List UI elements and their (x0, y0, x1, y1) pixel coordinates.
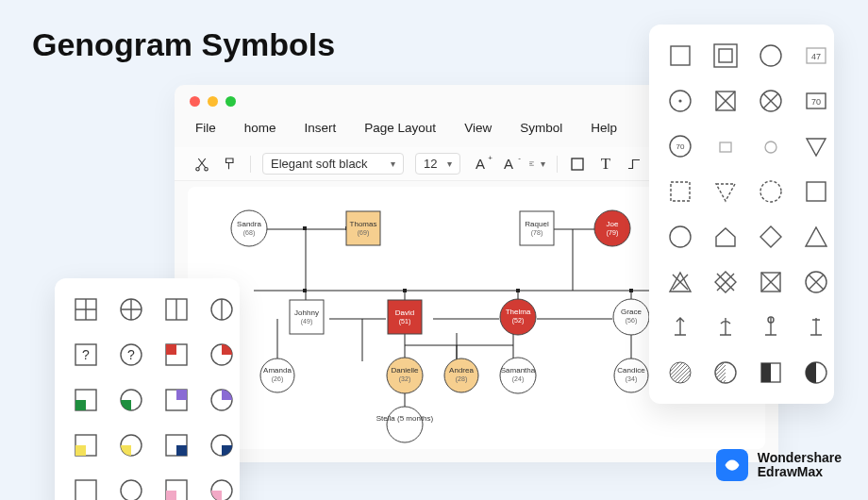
svg-text:?: ? (82, 347, 90, 362)
svg-point-0 (196, 167, 199, 170)
sym-ci-pink-q-icon[interactable] (204, 473, 240, 500)
sym-sq-yellow-corner-icon[interactable] (68, 427, 104, 463)
menu-symbol[interactable]: Symbol (520, 121, 562, 135)
font-size-selector[interactable]: 12 ▾ (415, 153, 460, 175)
node-stella[interactable]: Stella (5 months) (376, 407, 434, 442)
sym-sq-purple-corner-icon[interactable] (159, 382, 194, 418)
symbol-ci-half-hatch-icon[interactable] (708, 355, 743, 391)
symbol-ci-hatch-icon[interactable] (662, 355, 698, 391)
node-david[interactable]: David (51) (388, 300, 422, 334)
symbol-circle-dashed-icon[interactable] (753, 174, 789, 209)
node-johhny[interactable]: Johhny (49) (290, 300, 324, 334)
symbol-diamond-x-icon[interactable] (708, 264, 743, 300)
node-andrea[interactable]: Andrea (28) (444, 358, 478, 392)
symbol-square-icon[interactable] (662, 38, 698, 74)
sym-ci-green-q-icon[interactable] (113, 382, 149, 418)
node-thelma[interactable]: Thelma (52) (500, 299, 536, 335)
menu-help[interactable]: Help (591, 121, 617, 135)
menu-home[interactable]: home (244, 121, 276, 135)
font-selector[interactable]: Elegant soft black ▾ (262, 153, 404, 175)
svg-rect-9 (516, 289, 520, 292)
svg-text:(79): (79) (607, 229, 618, 237)
sym-sq-pink-corner-icon[interactable] (159, 473, 194, 500)
svg-point-61 (760, 45, 781, 66)
symbol-age-box-47-icon[interactable]: 47 (798, 38, 834, 74)
sym-q-sq-icon[interactable]: ? (68, 337, 104, 373)
sym-ci-yellow-q-icon[interactable] (113, 427, 149, 463)
svg-text:Amanda: Amanda (263, 366, 292, 375)
symbol-circle-icon-2[interactable] (662, 219, 698, 255)
sym-sq-navy-corner-icon[interactable] (159, 427, 194, 463)
sym-sq-green-corner-icon[interactable] (68, 382, 104, 418)
sym-q-ci-icon[interactable]: ? (113, 337, 149, 373)
svg-rect-7 (303, 289, 307, 292)
connector-tool-icon[interactable] (626, 156, 643, 173)
symbol-small-ci-label-icon[interactable] (753, 128, 789, 164)
symbol-ci-x2-icon[interactable] (798, 264, 834, 300)
symbol-age-box-70-icon[interactable]: 70 (798, 83, 834, 119)
node-raquel[interactable]: Raquel (78) (520, 211, 554, 245)
symbol-triangle-down-icon[interactable] (798, 128, 834, 164)
sym-ci-purple-q-icon[interactable] (204, 382, 240, 418)
symbol-house-icon[interactable] (708, 219, 743, 255)
svg-text:(32): (32) (399, 375, 410, 383)
symbol-square-plain-icon[interactable] (798, 174, 834, 209)
minimize-icon[interactable] (208, 96, 218, 107)
symbol-diamond-icon[interactable] (753, 219, 789, 255)
node-samantha[interactable]: Samantha (24) (500, 358, 536, 393)
node-joe[interactable]: Joe (79) (594, 210, 630, 246)
symbol-sq-half-fill-icon[interactable] (753, 355, 789, 391)
symbol-square-dashed-icon[interactable] (662, 174, 698, 209)
node-grace[interactable]: Grace (56) (613, 299, 649, 335)
svg-point-110 (121, 480, 142, 500)
chevron-down-icon: ▾ (541, 158, 545, 169)
menu-insert[interactable]: Insert (305, 121, 337, 135)
svg-rect-109 (75, 480, 96, 500)
symbol-square-x-icon[interactable] (708, 83, 743, 119)
sym-sq-red-corner-icon[interactable] (159, 337, 194, 373)
node-thomas[interactable]: Thomas (69) (346, 211, 380, 245)
symbol-tri-dashed-icon[interactable] (708, 174, 743, 209)
symbol-stem2-icon[interactable] (708, 309, 743, 345)
symbol-stem4-icon[interactable] (798, 309, 834, 345)
node-sandra[interactable]: Sandra (68) (231, 210, 267, 246)
sym-ci-plain-icon[interactable] (113, 473, 149, 500)
sym-sq-plain-icon[interactable] (68, 473, 104, 500)
cut-icon[interactable] (193, 156, 210, 173)
menu-file[interactable]: File (195, 121, 216, 135)
symbol-circle-dot-icon[interactable] (662, 83, 698, 119)
svg-text:(26): (26) (272, 375, 283, 383)
sym-split-ci-icon[interactable] (204, 292, 240, 327)
format-painter-icon[interactable] (222, 156, 239, 173)
sym-ci-navy-q-icon[interactable] (204, 427, 240, 463)
node-amanda[interactable]: Amanda (26) (260, 358, 294, 392)
decrease-size-icon[interactable]: A- (500, 156, 517, 173)
sym-quad-sq-icon[interactable] (68, 292, 104, 327)
symbol-triangle-up-icon[interactable] (798, 219, 834, 255)
symbol-circle-icon[interactable] (753, 38, 789, 74)
toolbar-divider (250, 156, 251, 173)
symbol-tri-x-icon[interactable] (662, 264, 698, 300)
svg-rect-74 (671, 182, 690, 201)
menu-page-layout[interactable]: Page Layout (364, 121, 436, 135)
symbol-ci-half-fill-icon[interactable] (798, 355, 834, 391)
shape-tool-icon[interactable] (569, 156, 586, 173)
sym-ci-red-q-icon[interactable] (204, 337, 240, 373)
symbol-sq-x2-icon[interactable] (753, 264, 789, 300)
symbol-stem1-icon[interactable] (662, 309, 698, 345)
sym-split-sq-icon[interactable] (159, 292, 194, 327)
text-tool-icon[interactable]: T (597, 156, 614, 173)
maximize-icon[interactable] (225, 96, 236, 107)
symbol-stem3-icon[interactable] (753, 309, 789, 345)
symbol-circle-x-icon[interactable] (753, 83, 789, 119)
increase-size-icon[interactable]: A+ (472, 156, 489, 173)
symbol-square-outer-icon[interactable] (708, 38, 743, 74)
close-icon[interactable] (190, 96, 200, 107)
align-icon[interactable]: ▾ (528, 156, 545, 173)
symbol-age-circle-70-icon[interactable]: 70 (662, 128, 698, 164)
menu-view[interactable]: View (464, 121, 492, 135)
sym-quad-ci-icon[interactable] (113, 292, 149, 327)
symbol-small-sq-label-icon[interactable] (708, 128, 743, 164)
node-danielle[interactable]: Danielle (32) (387, 358, 423, 393)
node-candice[interactable]: Candice (34) (614, 358, 648, 392)
